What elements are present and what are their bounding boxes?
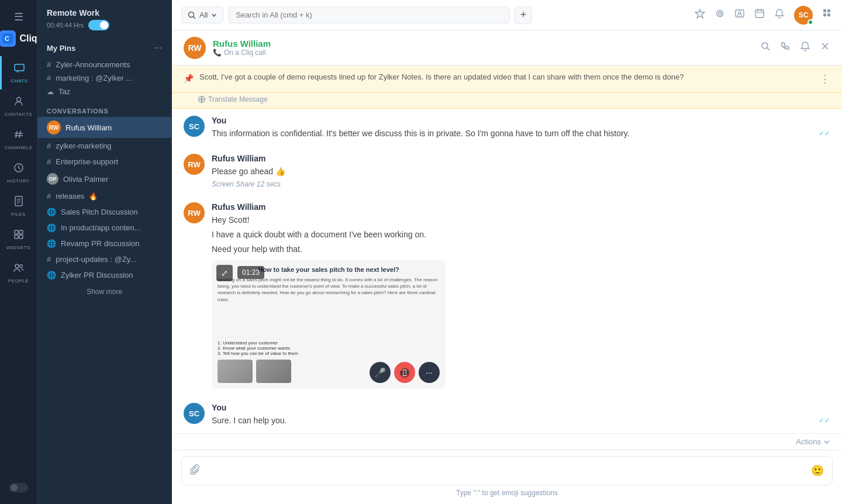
work-timer-toggle[interactable] [88,20,109,30]
person-thumbnail-1 [218,360,253,383]
msg-sender: You [212,403,830,412]
attach-icon[interactable] [190,464,201,478]
person-thumbnail-2 [256,360,291,383]
history-icon [13,162,25,177]
svg-line-35 [767,48,769,50]
expand-icon[interactable]: ⤢ [216,265,233,281]
message-group-1: SC You This information is confidential.… [172,109,842,147]
search-input-wrapper [228,6,510,23]
pin-name: marketing : @Zylker ... [56,74,132,82]
people-label: PEOPLE [8,278,29,284]
conv-name: Zylker PR Discussion [61,271,133,279]
star-icon[interactable] [695,8,705,22]
actions-dropdown[interactable]: Actions [796,437,830,446]
search-input[interactable] [236,11,502,19]
nav-items: CHATS CONTACTS [0,56,37,289]
conv-sales-pitch[interactable]: 🌐 Sales Pitch Discussion [37,204,171,220]
files-icon [13,195,25,210]
close-chat-icon[interactable] [820,41,830,54]
actions-bar: Actions [172,433,842,450]
nav-contacts[interactable]: CONTACTS [0,89,37,123]
translate-bar: Translate Message [172,93,842,109]
msg-content: Rufus William Please go ahead 👍 Screen S… [212,154,830,188]
msg-content: You This information is confidential. It… [212,116,830,140]
grid-apps-icon[interactable] [822,8,833,22]
emoji-picker-icon[interactable]: 🙂 [811,464,824,477]
conv-releases[interactable]: # releases 🔥 [37,188,171,204]
conv-project-updates[interactable]: # project-updates : @Zy... [37,251,171,267]
cloud-icon: ☁ [47,88,54,96]
conv-name: Enterprise-support [56,157,118,166]
theme-toggle[interactable] [9,483,28,492]
screen-share-preview[interactable]: ⤢ 01:23 How to take your sales pitch to … [212,260,446,389]
svg-text:C: C [5,35,9,42]
nav-widgets[interactable]: WIDGETS [0,223,37,256]
pin-marketing[interactable]: # marketing : @Zylker ... [47,71,162,85]
conv-zylker-pr[interactable]: 🌐 Zylker PR Discussion [37,267,171,283]
conv-name: Sales Pitch Discussion [61,208,138,216]
add-conversation-button[interactable]: + [515,6,532,24]
svg-point-23 [719,12,722,15]
contacts-top-icon[interactable] [734,8,745,22]
end-call-button[interactable]: 📵 [394,362,415,383]
pins-more-button[interactable]: ··· [154,43,162,53]
channels-label: CHANNELS [5,145,33,150]
nav-files[interactable]: FILES [0,189,37,223]
show-more-button[interactable]: Show more [37,283,171,301]
svg-rect-15 [15,235,18,239]
voice-call-icon[interactable] [780,41,791,54]
more-call-options-button[interactable]: ··· [419,362,440,383]
logo-container: C Cliq [0,30,37,47]
message-input[interactable] [206,466,805,475]
conv-revamp-pr[interactable]: 🌐 Revamp PR discussion [37,236,171,251]
chat-user-avatar: RW [184,37,206,59]
sidebar-header: Remote Work 00:45:44 Hrs [37,0,171,36]
svg-rect-33 [827,13,830,16]
calendar-icon[interactable] [754,8,765,22]
translate-button[interactable]: Translate Message [198,95,830,103]
conv-olivia-palmer[interactable]: OP Olivia Palmer [37,170,171,188]
msg-check-icon: ✓✓ [819,416,830,427]
workspace-name: Remote Work [47,8,162,18]
user-status-dot [808,19,813,25]
nav-contacts-wrapper: CONTACTS [0,89,37,123]
message-group-4: SC You Sure. I can help you. ✓✓ [172,396,842,433]
chat-user-status: 📞 On a Cliq call [213,49,753,57]
notifications-icon[interactable] [774,8,785,22]
preview-timer: 01:23 [237,266,264,279]
nav-widgets-wrapper: WIDGETS [0,223,37,256]
conv-enterprise-support[interactable]: # Enterprise-support [37,154,171,170]
actions-label: Actions [796,437,821,446]
hamburger-menu[interactable]: ☰ [14,11,23,23]
conv-name: In product/app conten... [61,223,141,232]
svg-line-4 [16,131,17,138]
mention-icon[interactable] [715,8,725,22]
nav-chats[interactable]: CHATS [0,56,37,89]
pinned-message-menu[interactable]: ⋮ [820,73,830,85]
pin-taz[interactable]: ☁ Taz [47,85,162,98]
msg-line1: Hey Scott! [212,214,830,226]
pins-section: My Pins ··· # Zyler-Announcements # mark… [37,36,171,103]
svg-rect-16 [19,235,23,239]
search-filter-button[interactable]: All [181,6,223,23]
mic-button[interactable]: 🎤 [370,362,391,383]
pin-zyler-announcements[interactable]: # Zyler-Announcements [47,58,162,71]
nav-files-wrapper: FILES [0,189,37,223]
nav-channels[interactable]: CHANNELS [0,123,37,156]
hash-icon: # [47,60,51,69]
pinned-message-banner: 📌 Scott, I've got a couple of demo reque… [172,65,842,93]
timer-value: 00:45:44 Hrs [47,22,84,29]
message-group-3: RW Rufus William Hey Scott! I have a qui… [172,195,842,396]
nav-history[interactable]: HISTORY [0,156,37,189]
conv-inproduct[interactable]: 🌐 In product/app conten... [37,220,171,236]
icon-bar-bottom [9,483,28,499]
input-area: 🙂 Type ":" to get emoji suggestions [172,450,842,504]
conv-name: releases [56,192,84,201]
chat-search-icon[interactable] [760,41,771,54]
nav-people[interactable]: PEOPLE [0,256,37,289]
notification-bell-icon[interactable] [800,41,810,54]
conv-zylker-marketing[interactable]: # zylker-marketing [37,138,171,154]
conv-rufus-william[interactable]: RW Rufus William [37,117,171,138]
user-avatar[interactable]: SC [794,6,813,25]
messages-area: 📌 Scott, I've got a couple of demo reque… [172,65,842,433]
